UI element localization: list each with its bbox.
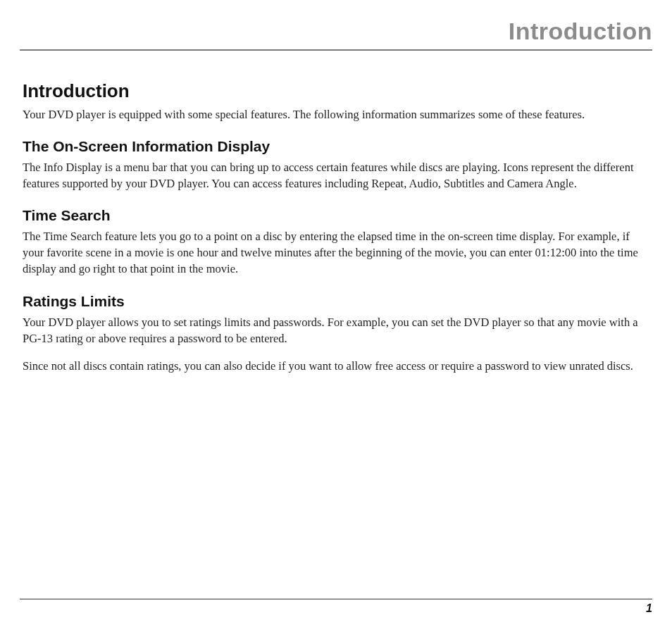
page-footer: 1 (20, 593, 652, 615)
heading-introduction: Introduction (23, 80, 649, 102)
paragraph: Your DVD player allows you to set rating… (23, 314, 649, 347)
section-time-search: Time Search The Time Search feature lets… (23, 207, 649, 277)
page-number: 1 (20, 599, 652, 615)
heading-time-search: Time Search (23, 207, 649, 224)
heading-ratings-limits: Ratings Limits (23, 293, 649, 310)
paragraph: Since not all discs contain ratings, you… (23, 358, 649, 374)
heading-on-screen-information-display: The On-Screen Information Display (23, 138, 649, 155)
document-page: Introduction Introduction Your DVD playe… (0, 0, 672, 629)
section-ratings-limits: Ratings Limits Your DVD player allows yo… (23, 293, 649, 374)
chapter-title: Introduction (509, 19, 652, 43)
section-introduction: Introduction Your DVD player is equipped… (23, 80, 649, 123)
paragraph: The Info Display is a menu bar that you … (23, 159, 649, 192)
section-on-screen-information-display: The On-Screen Information Display The In… (23, 138, 649, 192)
paragraph: Your DVD player is equipped with some sp… (23, 106, 649, 123)
chapter-header: Introduction (20, 21, 652, 51)
paragraph: The Time Search feature lets you go to a… (23, 228, 649, 277)
content-body: Introduction Your DVD player is equipped… (20, 80, 652, 593)
